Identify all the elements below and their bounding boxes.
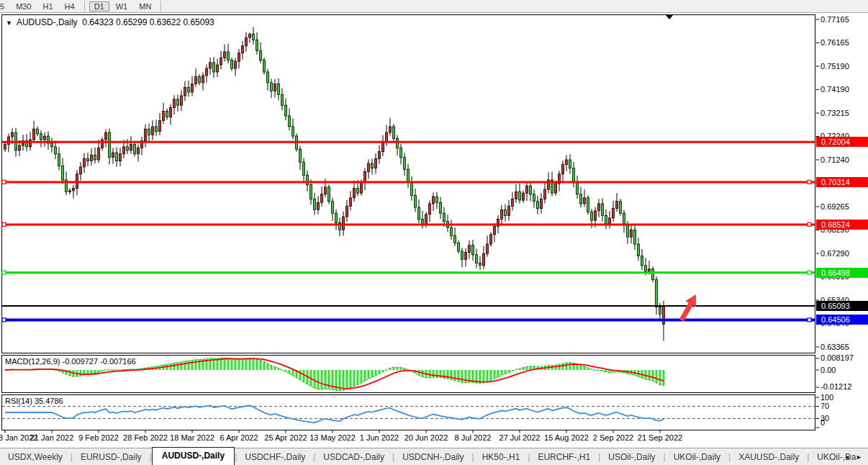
price-axis-label: 0.69265 bbox=[820, 202, 849, 212]
macd-axis-label: -0.01212 bbox=[820, 382, 851, 392]
price-axis-label: 0.76165 bbox=[820, 38, 849, 48]
macd-axis-label: 0.00 bbox=[820, 366, 836, 375]
price-axis-label: 0.74190 bbox=[820, 85, 849, 94]
chart-canvas[interactable] bbox=[0, 0, 868, 465]
price-axis-label: 0.67290 bbox=[820, 249, 849, 258]
support-line-0.64506[interactable] bbox=[2, 318, 815, 322]
rsi-indicator-label: RSI(14) 35.4786 bbox=[5, 397, 63, 405]
chart-tab-eurchf-h1[interactable]: EURCHF-,H1 bbox=[530, 449, 598, 465]
price-line-badge: 0.72004 bbox=[816, 137, 868, 147]
price-line-badge: 0.68524 bbox=[816, 220, 868, 230]
chart-tab-usdcad-daily[interactable]: USDCAD-,Daily bbox=[315, 449, 392, 465]
macd-axis-label: 0.008197 bbox=[820, 353, 854, 363]
price-line-badge: 0.64506 bbox=[816, 315, 868, 325]
chart-tab-eurusd-daily[interactable]: EURUSD-,Daily bbox=[73, 449, 150, 465]
tab-scroll-right-icon[interactable]: ► bbox=[856, 453, 862, 461]
symbol-tabbar: USDX,Weekly|EURUSD-,Daily|AUDUSD-,Daily|… bbox=[0, 448, 868, 465]
rsi-panel[interactable] bbox=[2, 395, 815, 430]
chart-title: ▼AUDUSD-,Daily 0.64323 0.65299 0.63622 0… bbox=[6, 17, 214, 27]
macd-indicator-label: MACD(12,26,9) -0.009727 -0.007166 bbox=[5, 357, 136, 366]
chart-ohlc-values: 0.64323 0.65299 0.63622 0.65093 bbox=[82, 17, 214, 27]
price-axis-label: 0.63365 bbox=[820, 343, 849, 352]
price-line-badge: 0.70314 bbox=[816, 177, 868, 187]
price-axis-label: 0.71240 bbox=[820, 155, 849, 165]
trading-platform-window: 5M30H1H4D1W1MN ▼AUDUSD-,Daily 0.64323 0.… bbox=[0, 0, 868, 465]
price-line-badge: 0.65093 bbox=[816, 301, 868, 311]
price-axis-label: 0.77165 bbox=[820, 15, 849, 24]
price-axis-label: 0.73215 bbox=[820, 109, 849, 118]
chart-tab-hk50-h1[interactable]: HK50-,H1 bbox=[474, 449, 528, 465]
chart-dropdown-icon[interactable]: ▼ bbox=[6, 19, 12, 27]
tab-scroll-left-icon[interactable]: ◄ bbox=[844, 453, 850, 461]
chart-tab-ukoil-daily[interactable]: UKOil-,Daily bbox=[666, 449, 728, 465]
tab-scroll-arrows: ◄ ► bbox=[841, 453, 868, 461]
chart-tab-xauusd-daily[interactable]: XAUUSD-,Daily bbox=[731, 449, 807, 465]
chart-tab-usoil-daily[interactable]: USOil-,Daily bbox=[600, 449, 663, 465]
date-axis-label: 21 Sep 2022 bbox=[633, 433, 687, 442]
chart-tab-usdchf-daily[interactable]: USDCHF-,Daily bbox=[237, 449, 313, 465]
rsi-axis-label: 70 bbox=[820, 402, 829, 411]
price-line-badge: 0.66498 bbox=[816, 268, 868, 278]
chart-tab-audusd-daily[interactable]: AUDUSD-,Daily bbox=[152, 447, 235, 465]
chart-symbol-label: AUDUSD-,Daily bbox=[17, 17, 78, 27]
chart-tab-usdcnh-daily[interactable]: USDCNH-,Daily bbox=[394, 449, 471, 465]
chart-tab-usdx-weekly[interactable]: USDX,Weekly bbox=[0, 449, 71, 465]
rsi-axis-label: 0 bbox=[820, 418, 825, 428]
price-axis-label: 0.75190 bbox=[820, 62, 849, 71]
